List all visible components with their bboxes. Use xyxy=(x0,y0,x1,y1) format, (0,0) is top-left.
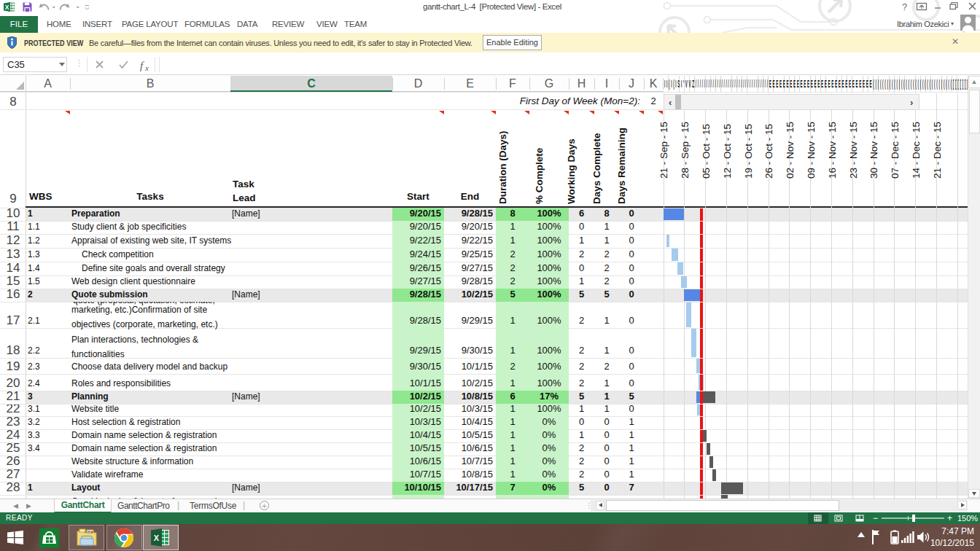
svg-text:f: f xyxy=(140,60,144,71)
svg-text:?: ? xyxy=(902,1,907,12)
svg-text:x: x xyxy=(144,63,149,71)
svg-text:X: X xyxy=(5,4,9,11)
svg-text:X: X xyxy=(154,534,160,542)
